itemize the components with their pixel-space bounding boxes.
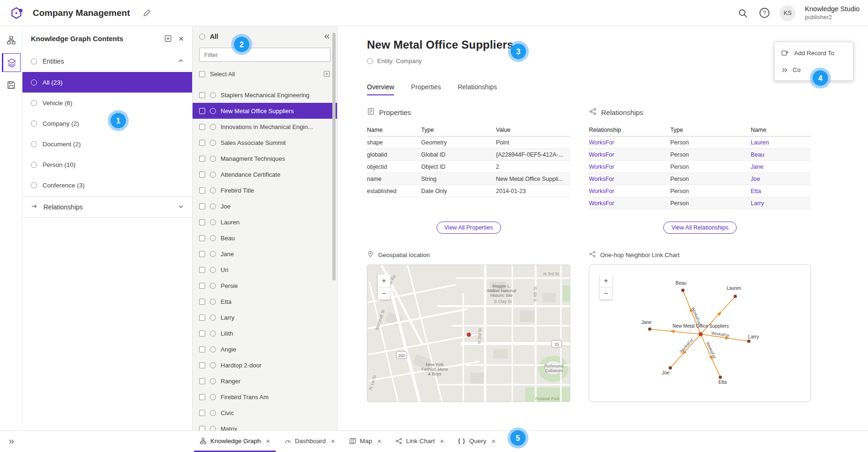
entity-type-item-all-23-[interactable]: All (23)	[22, 72, 192, 93]
record-list-item[interactable]: Joe	[193, 198, 337, 214]
close-tab-icon[interactable]: ×	[491, 438, 495, 445]
record-list-item[interactable]: Ranger	[193, 373, 337, 389]
layers-icon[interactable]	[2, 53, 21, 72]
bottom-tab-query[interactable]: { }Query×	[452, 431, 501, 452]
record-checkbox[interactable]	[199, 394, 205, 400]
close-tab-icon[interactable]: ×	[266, 438, 270, 445]
record-list-item[interactable]: Matrix	[193, 421, 337, 430]
bottom-tab-link-chart[interactable]: Link Chart×	[390, 431, 450, 452]
cell-link[interactable]: WorksFor	[589, 200, 670, 207]
add-selected-icon[interactable]	[323, 70, 330, 78]
cell-link[interactable]: Etta	[751, 188, 811, 194]
entity-type-item-document-2-[interactable]: Document (2)	[22, 134, 192, 154]
entity-type-item-conference-3-[interactable]: Conference (3)	[22, 175, 192, 195]
record-checkbox[interactable]	[199, 140, 205, 146]
record-list-item[interactable]: Staplers Mechanical Engineering	[193, 87, 337, 103]
cell-link[interactable]: WorksFor	[589, 188, 670, 194]
scrollbar-thumb[interactable]	[332, 33, 336, 280]
chevron-down-icon[interactable]	[178, 203, 184, 211]
record-checkbox[interactable]	[199, 172, 205, 178]
collapse-panel-icon[interactable]	[324, 33, 330, 40]
tab-properties[interactable]: Properties	[411, 83, 441, 95]
record-list-item[interactable]: Lauren	[193, 214, 337, 230]
record-list-item[interactable]: Sales Associate Summit	[193, 135, 337, 151]
record-checkbox[interactable]	[199, 251, 205, 257]
cell-link[interactable]: WorksFor	[589, 139, 670, 146]
cell-link[interactable]: Larry	[751, 200, 811, 207]
filter-input[interactable]	[199, 48, 330, 62]
user-avatar[interactable]: KS	[780, 5, 796, 21]
zoom-in-button[interactable]: +	[378, 274, 390, 287]
cell-link[interactable]: WorksFor	[589, 176, 670, 182]
close-tab-icon[interactable]: ×	[440, 438, 444, 445]
record-list-item[interactable]: Firebird Trans Am	[193, 389, 337, 405]
record-checkbox[interactable]	[199, 219, 205, 225]
node-beau[interactable]	[681, 289, 685, 292]
view-all-relationships-button[interactable]: View All Relationships	[663, 222, 736, 234]
save-icon[interactable]	[2, 76, 21, 94]
cell-link[interactable]: Joe	[751, 176, 811, 182]
relationships-group-row[interactable]: Relationships	[22, 196, 192, 218]
bottom-tab-dashboard[interactable]: Dashboard×	[279, 431, 341, 452]
entity-type-item-vehicle-6-[interactable]: Vehicle (6)	[22, 93, 192, 113]
record-checkbox[interactable]	[199, 156, 205, 162]
record-checkbox[interactable]	[199, 426, 205, 431]
record-list-item[interactable]: Larry	[193, 309, 337, 325]
record-list-item[interactable]: New Metal Office Suppliers	[193, 103, 337, 119]
chevron-up-icon[interactable]	[178, 57, 184, 65]
node-center[interactable]	[699, 332, 703, 337]
record-list-item[interactable]: Angie	[193, 341, 337, 357]
entities-group-row[interactable]: Entities	[22, 50, 192, 72]
node-jane[interactable]	[648, 328, 652, 331]
node-joe[interactable]	[669, 366, 672, 370]
entity-type-item-company-2-[interactable]: Company (2)	[22, 113, 192, 134]
bottom-tab-knowledge-graph[interactable]: Knowledge Graph×	[194, 431, 276, 452]
close-icon[interactable]: ×	[179, 34, 184, 43]
record-checkbox[interactable]	[199, 378, 205, 384]
record-checkbox[interactable]	[199, 315, 205, 321]
link-chart-widget[interactable]: + − WorksForWorksForWorksForWorksForBeau…	[589, 265, 811, 402]
record-list-item[interactable]: Jane	[193, 246, 337, 262]
entity-type-item-person-10-[interactable]: Person (10)	[22, 154, 192, 175]
cell-link[interactable]: Beau	[751, 151, 811, 158]
node-larry[interactable]	[747, 340, 751, 343]
select-all-checkbox[interactable]	[199, 71, 205, 77]
hierarchy-icon[interactable]	[2, 31, 21, 50]
record-list-item[interactable]: Persie	[193, 278, 337, 294]
search-icon[interactable]	[737, 7, 749, 19]
tab-relationships[interactable]: Relationships	[458, 83, 497, 95]
node-lauren[interactable]	[734, 295, 737, 298]
edit-title-icon[interactable]	[143, 9, 151, 17]
record-checkbox[interactable]	[199, 92, 205, 98]
record-checkbox[interactable]	[199, 124, 205, 130]
record-list-item[interactable]: Managment Techniques	[193, 151, 337, 166]
record-checkbox[interactable]	[199, 283, 205, 289]
record-list-item[interactable]: Lilith	[193, 325, 337, 341]
record-list-item[interactable]: Firebird Title	[193, 182, 337, 198]
bottom-tab-map[interactable]: Map×	[344, 431, 387, 452]
app-logo-icon[interactable]	[8, 5, 24, 21]
tab-overview[interactable]: Overview	[367, 83, 394, 95]
record-checkbox[interactable]	[199, 108, 205, 114]
record-list-item[interactable]: Beau	[193, 230, 337, 246]
record-list-item[interactable]: Attendance Certificate	[193, 166, 337, 182]
zoom-out-button[interactable]: −	[378, 287, 390, 300]
record-list-item[interactable]: Hardtop 2-door	[193, 357, 337, 373]
zoom-in-button[interactable]: +	[600, 274, 612, 287]
record-checkbox[interactable]	[199, 346, 205, 352]
close-tab-icon[interactable]: ×	[377, 438, 381, 445]
add-panel-icon[interactable]	[164, 35, 172, 43]
record-checkbox[interactable]	[199, 203, 205, 209]
record-list-item[interactable]: Civic	[193, 405, 337, 421]
cell-link[interactable]: Lauren	[751, 139, 811, 146]
menu-item-add-record-to[interactable]: Add Record To	[775, 44, 853, 62]
help-icon[interactable]: ?	[758, 7, 770, 19]
map-widget[interactable]: + −	[367, 265, 570, 402]
expand-panel-icon[interactable]	[0, 431, 22, 452]
cell-link[interactable]: WorksFor	[589, 151, 670, 158]
node-etta[interactable]	[719, 376, 722, 379]
record-checkbox[interactable]	[199, 330, 205, 337]
record-list-item[interactable]: Uri	[193, 262, 337, 278]
record-list-item[interactable]: Innovations in Mechanical Engin...	[193, 119, 337, 135]
record-list-item[interactable]: Etta	[193, 294, 337, 309]
